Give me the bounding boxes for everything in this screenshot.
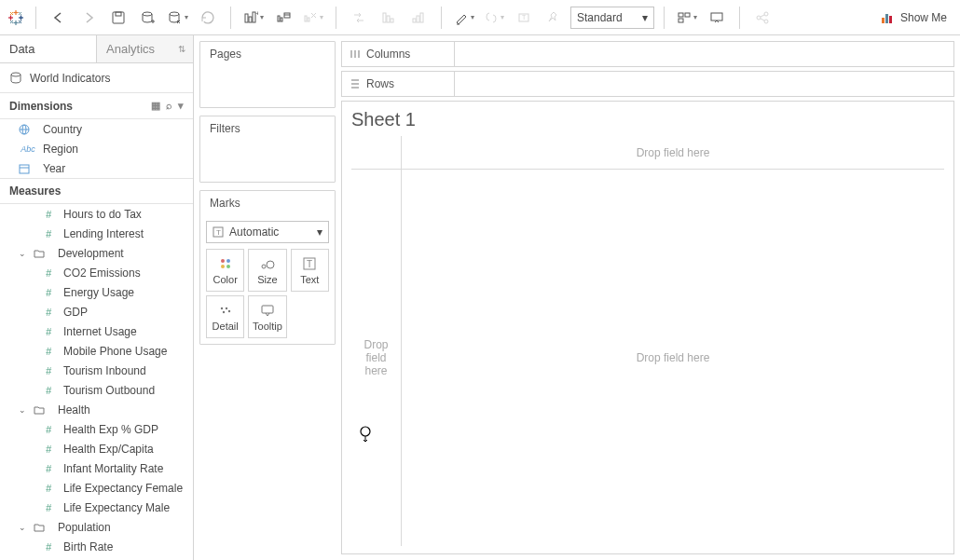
svg-point-55 [11, 73, 21, 76]
sort-desc-button[interactable] [405, 5, 432, 31]
mark-detail-button[interactable]: Detail [206, 295, 244, 338]
filters-shelf[interactable]: Filters [199, 116, 336, 183]
text-icon: T [213, 226, 224, 238]
rows-drop-zone[interactable]: Drop field here [351, 170, 402, 546]
svg-point-68 [267, 261, 274, 268]
columns-shelf[interactable]: Columns [341, 41, 954, 67]
clear-sheet-button[interactable]: ▾ [300, 5, 326, 31]
datasource-row[interactable]: World Indicators [0, 63, 193, 93]
show-cards-button[interactable]: ▾ [674, 5, 700, 31]
svg-rect-35 [387, 16, 390, 22]
pin-button[interactable] [541, 5, 567, 31]
autoupdate-button[interactable]: ▾ [165, 5, 191, 31]
pages-shelf[interactable]: Pages [199, 41, 336, 108]
marks-type-dropdown[interactable]: TAutomatic ▾ [206, 221, 329, 243]
measure-field[interactable]: #Health Exp/Capita [0, 439, 193, 458]
cursor-icon [359, 426, 374, 443]
svg-text:T: T [216, 228, 221, 237]
save-button[interactable] [105, 5, 131, 31]
svg-rect-30 [305, 16, 307, 21]
svg-rect-54 [889, 16, 892, 23]
dimension-field[interactable]: Country [0, 119, 193, 139]
svg-rect-75 [262, 306, 273, 313]
svg-point-74 [227, 309, 229, 311]
measure-field[interactable]: #Mobile Phone Usage [0, 341, 193, 361]
measure-field[interactable]: #Health Exp % GDP [0, 419, 193, 439]
presentation-button[interactable] [704, 5, 730, 31]
dimension-field[interactable]: Year [0, 158, 193, 178]
share-button[interactable] [749, 5, 775, 31]
new-datasource-button[interactable] [135, 5, 161, 31]
dimension-field[interactable]: AbcRegion [0, 139, 193, 158]
sort-asc-button[interactable] [376, 5, 402, 31]
group-button[interactable]: ▾ [481, 5, 507, 31]
folder-row[interactable]: ⌄Population [0, 517, 193, 537]
chevron-down-icon: ▾ [642, 11, 648, 24]
svg-point-82 [361, 427, 370, 436]
new-worksheet-button[interactable]: +▾ [240, 5, 267, 31]
measure-field[interactable]: #Population 0-14 [0, 556, 193, 560]
view-as-icon[interactable]: ▦ [151, 100, 160, 112]
measure-field[interactable]: #Lending Interest [0, 224, 193, 243]
redo-button[interactable] [75, 5, 102, 31]
svg-point-21 [170, 12, 179, 16]
undo-button[interactable] [46, 5, 72, 31]
folder-row[interactable]: ⌄Development [0, 243, 193, 263]
duplicate-sheet-button[interactable] [270, 5, 296, 31]
menu-caret-icon[interactable]: ▾ [178, 100, 184, 112]
svg-rect-39 [420, 13, 423, 22]
svg-point-66 [226, 265, 230, 268]
columns-drop-zone[interactable]: Drop field here [402, 136, 944, 170]
fit-dropdown[interactable]: Standard▾ [570, 7, 654, 29]
mark-text-button[interactable]: TText [291, 249, 329, 292]
svg-point-64 [226, 259, 230, 263]
labels-button[interactable]: T [511, 5, 537, 31]
measure-field[interactable]: #Energy Usage [0, 282, 193, 302]
measure-field[interactable]: #Birth Rate [0, 537, 193, 556]
svg-line-50 [761, 15, 764, 17]
measure-field[interactable]: #Tourism Inbound [0, 361, 193, 380]
view-pane: Columns Rows Sheet 1 Drop field here Dro… [341, 35, 960, 560]
shelves-pane: Pages Filters Marks TAutomatic ▾ Color S… [194, 35, 341, 560]
svg-text:+: + [255, 10, 258, 18]
columns-icon [350, 48, 361, 60]
measure-field[interactable]: #GDP [0, 302, 193, 321]
measure-field[interactable]: #Infant Mortality Rate [0, 458, 193, 478]
svg-point-71 [220, 307, 222, 308]
tableau-logo [6, 7, 26, 28]
run-button[interactable] [195, 5, 221, 31]
mark-tooltip-button[interactable]: Tooltip [248, 295, 286, 338]
datasource-name: World Indicators [30, 72, 110, 85]
size-icon [260, 256, 275, 271]
svg-point-65 [221, 265, 225, 268]
measure-field[interactable]: #Hours to do Tax [0, 204, 193, 224]
main-drop-zone[interactable]: Drop field here [402, 170, 944, 546]
measure-field[interactable]: #Life Expectancy Female [0, 478, 193, 498]
show-me-button[interactable]: Show Me [872, 7, 954, 29]
rows-icon [350, 78, 361, 89]
svg-rect-37 [413, 19, 416, 22]
svg-rect-31 [308, 18, 309, 21]
measure-field[interactable]: #CO2 Emissions [0, 263, 193, 282]
search-icon[interactable]: ⌕ [166, 100, 172, 112]
highlight-button[interactable]: ▾ [451, 5, 477, 31]
svg-point-73 [222, 310, 224, 312]
svg-rect-52 [882, 18, 885, 23]
svg-rect-53 [885, 14, 888, 23]
mark-size-button[interactable]: Size [248, 249, 286, 292]
rows-shelf[interactable]: Rows [341, 71, 954, 97]
svg-rect-34 [383, 13, 386, 22]
svg-rect-17 [116, 12, 121, 16]
mark-color-button[interactable]: Color [206, 249, 244, 292]
measure-field[interactable]: #Internet Usage [0, 321, 193, 341]
swap-button[interactable] [346, 5, 372, 31]
folder-row[interactable]: ⌄Health [0, 400, 193, 419]
tab-data[interactable]: Data [0, 35, 96, 62]
measure-field[interactable]: #Life Expectancy Male [0, 498, 193, 517]
sheet-title[interactable]: Sheet 1 [351, 107, 944, 136]
measure-field[interactable]: #Tourism Outbound [0, 380, 193, 400]
svg-text:T: T [522, 14, 527, 20]
tab-analytics[interactable]: Analytics [96, 35, 193, 62]
svg-rect-23 [249, 17, 252, 22]
marks-card: Marks TAutomatic ▾ Color Size TText Deta… [199, 190, 336, 345]
